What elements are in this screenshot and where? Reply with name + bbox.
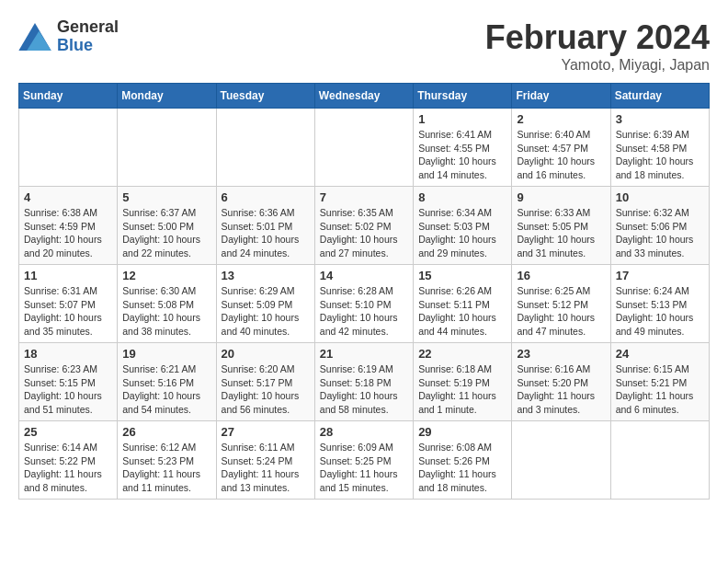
day-info: Sunrise: 6:41 AM Sunset: 4:55 PM Dayligh…	[418, 128, 506, 182]
day-info: Sunrise: 6:32 AM Sunset: 5:06 PM Dayligh…	[616, 206, 704, 260]
calendar-body: 1Sunrise: 6:41 AM Sunset: 4:55 PM Daylig…	[19, 109, 710, 500]
calendar-cell: 10Sunrise: 6:32 AM Sunset: 5:06 PM Dayli…	[610, 187, 709, 265]
calendar-table: Sunday Monday Tuesday Wednesday Thursday…	[18, 83, 710, 500]
day-number: 24	[616, 347, 704, 361]
calendar-cell	[118, 109, 216, 187]
day-info: Sunrise: 6:08 AM Sunset: 5:26 PM Dayligh…	[418, 441, 506, 495]
calendar-cell: 25Sunrise: 6:14 AM Sunset: 5:22 PM Dayli…	[19, 421, 118, 500]
day-number: 3	[616, 112, 704, 126]
calendar-cell: 15Sunrise: 6:26 AM Sunset: 5:11 PM Dayli…	[414, 265, 512, 343]
calendar-week-3: 11Sunrise: 6:31 AM Sunset: 5:07 PM Dayli…	[19, 265, 710, 343]
col-tuesday: Tuesday	[216, 84, 314, 109]
day-number: 1	[418, 112, 506, 126]
day-info: Sunrise: 6:21 AM Sunset: 5:16 PM Dayligh…	[122, 362, 210, 417]
logo-text: General Blue	[57, 18, 119, 55]
calendar-cell: 27Sunrise: 6:11 AM Sunset: 5:24 PM Dayli…	[216, 421, 314, 500]
day-number: 27	[222, 425, 310, 439]
page-header: General Blue February 2024 Yamoto, Miyag…	[18, 18, 710, 74]
day-info: Sunrise: 6:38 AM Sunset: 4:59 PM Dayligh…	[24, 206, 112, 260]
calendar-cell: 28Sunrise: 6:09 AM Sunset: 5:25 PM Dayli…	[314, 421, 413, 500]
calendar-cell: 6Sunrise: 6:36 AM Sunset: 5:01 PM Daylig…	[216, 187, 314, 265]
main-title: February 2024	[485, 18, 710, 57]
logo-general: General	[57, 18, 119, 37]
day-number: 7	[320, 190, 408, 204]
calendar-cell: 9Sunrise: 6:33 AM Sunset: 5:05 PM Daylig…	[512, 187, 610, 265]
day-info: Sunrise: 6:34 AM Sunset: 5:03 PM Dayligh…	[418, 206, 506, 260]
day-number: 18	[24, 347, 112, 361]
day-number: 22	[418, 347, 506, 361]
day-number: 21	[320, 347, 408, 361]
calendar-cell: 2Sunrise: 6:40 AM Sunset: 4:57 PM Daylig…	[512, 109, 610, 187]
calendar-cell: 13Sunrise: 6:29 AM Sunset: 5:09 PM Dayli…	[216, 265, 314, 343]
header-row: Sunday Monday Tuesday Wednesday Thursday…	[19, 84, 710, 109]
day-info: Sunrise: 6:29 AM Sunset: 5:09 PM Dayligh…	[222, 284, 310, 339]
calendar-cell	[512, 421, 610, 500]
col-wednesday: Wednesday	[314, 84, 413, 109]
day-info: Sunrise: 6:15 AM Sunset: 5:21 PM Dayligh…	[616, 362, 704, 417]
logo: General Blue	[18, 18, 119, 55]
calendar-week-5: 25Sunrise: 6:14 AM Sunset: 5:22 PM Dayli…	[19, 421, 710, 500]
day-number: 26	[122, 425, 210, 439]
calendar-cell: 23Sunrise: 6:16 AM Sunset: 5:20 PM Dayli…	[512, 343, 610, 421]
calendar-cell: 5Sunrise: 6:37 AM Sunset: 5:00 PM Daylig…	[118, 187, 216, 265]
day-number: 11	[24, 269, 112, 282]
day-info: Sunrise: 6:11 AM Sunset: 5:24 PM Dayligh…	[222, 441, 310, 495]
calendar-cell: 4Sunrise: 6:38 AM Sunset: 4:59 PM Daylig…	[19, 187, 118, 265]
day-info: Sunrise: 6:26 AM Sunset: 5:11 PM Dayligh…	[418, 284, 506, 339]
day-info: Sunrise: 6:33 AM Sunset: 5:05 PM Dayligh…	[517, 206, 605, 260]
day-info: Sunrise: 6:19 AM Sunset: 5:18 PM Dayligh…	[320, 362, 408, 417]
col-saturday: Saturday	[610, 84, 709, 109]
day-number: 20	[222, 347, 310, 361]
day-number: 28	[320, 425, 408, 439]
day-number: 23	[517, 347, 605, 361]
day-info: Sunrise: 6:35 AM Sunset: 5:02 PM Dayligh…	[320, 206, 408, 260]
calendar-cell: 3Sunrise: 6:39 AM Sunset: 4:58 PM Daylig…	[610, 109, 709, 187]
day-info: Sunrise: 6:20 AM Sunset: 5:17 PM Dayligh…	[222, 362, 310, 417]
day-info: Sunrise: 6:23 AM Sunset: 5:15 PM Dayligh…	[24, 362, 112, 417]
day-number: 5	[122, 190, 210, 204]
day-info: Sunrise: 6:25 AM Sunset: 5:12 PM Dayligh…	[517, 284, 605, 339]
calendar-cell: 14Sunrise: 6:28 AM Sunset: 5:10 PM Dayli…	[314, 265, 413, 343]
day-number: 4	[24, 190, 112, 204]
calendar-cell	[314, 109, 413, 187]
day-number: 12	[122, 269, 210, 282]
calendar-cell: 22Sunrise: 6:18 AM Sunset: 5:19 PM Dayli…	[414, 343, 512, 421]
day-number: 13	[222, 269, 310, 282]
day-number: 9	[517, 190, 605, 204]
day-info: Sunrise: 6:14 AM Sunset: 5:22 PM Dayligh…	[24, 441, 112, 495]
calendar-cell: 8Sunrise: 6:34 AM Sunset: 5:03 PM Daylig…	[414, 187, 512, 265]
calendar-cell: 7Sunrise: 6:35 AM Sunset: 5:02 PM Daylig…	[314, 187, 413, 265]
calendar-cell: 17Sunrise: 6:24 AM Sunset: 5:13 PM Dayli…	[610, 265, 709, 343]
calendar-cell: 12Sunrise: 6:30 AM Sunset: 5:08 PM Dayli…	[118, 265, 216, 343]
calendar-cell: 26Sunrise: 6:12 AM Sunset: 5:23 PM Dayli…	[118, 421, 216, 500]
col-friday: Friday	[512, 84, 610, 109]
day-info: Sunrise: 6:28 AM Sunset: 5:10 PM Dayligh…	[320, 284, 408, 339]
calendar-cell: 20Sunrise: 6:20 AM Sunset: 5:17 PM Dayli…	[216, 343, 314, 421]
calendar-cell: 19Sunrise: 6:21 AM Sunset: 5:16 PM Dayli…	[118, 343, 216, 421]
calendar-week-2: 4Sunrise: 6:38 AM Sunset: 4:59 PM Daylig…	[19, 187, 710, 265]
logo-blue: Blue	[57, 37, 119, 55]
calendar-cell	[19, 109, 118, 187]
day-number: 19	[122, 347, 210, 361]
col-sunday: Sunday	[19, 84, 118, 109]
calendar-cell: 29Sunrise: 6:08 AM Sunset: 5:26 PM Dayli…	[414, 421, 512, 500]
calendar-cell	[216, 109, 314, 187]
day-number: 29	[418, 425, 506, 439]
calendar-cell: 11Sunrise: 6:31 AM Sunset: 5:07 PM Dayli…	[19, 265, 118, 343]
day-info: Sunrise: 6:09 AM Sunset: 5:25 PM Dayligh…	[320, 441, 408, 495]
title-block: February 2024 Yamoto, Miyagi, Japan	[485, 18, 710, 74]
day-info: Sunrise: 6:12 AM Sunset: 5:23 PM Dayligh…	[122, 441, 210, 495]
day-info: Sunrise: 6:40 AM Sunset: 4:57 PM Dayligh…	[517, 128, 605, 182]
calendar-cell	[610, 421, 709, 500]
day-number: 25	[24, 425, 112, 439]
col-thursday: Thursday	[414, 84, 512, 109]
logo-icon	[18, 23, 51, 51]
day-number: 6	[222, 190, 310, 204]
calendar-cell: 1Sunrise: 6:41 AM Sunset: 4:55 PM Daylig…	[414, 109, 512, 187]
calendar-cell: 24Sunrise: 6:15 AM Sunset: 5:21 PM Dayli…	[610, 343, 709, 421]
day-info: Sunrise: 6:37 AM Sunset: 5:00 PM Dayligh…	[122, 206, 210, 260]
day-info: Sunrise: 6:16 AM Sunset: 5:20 PM Dayligh…	[517, 362, 605, 417]
day-info: Sunrise: 6:36 AM Sunset: 5:01 PM Dayligh…	[222, 206, 310, 260]
day-number: 15	[418, 269, 506, 282]
day-info: Sunrise: 6:39 AM Sunset: 4:58 PM Dayligh…	[616, 128, 704, 182]
